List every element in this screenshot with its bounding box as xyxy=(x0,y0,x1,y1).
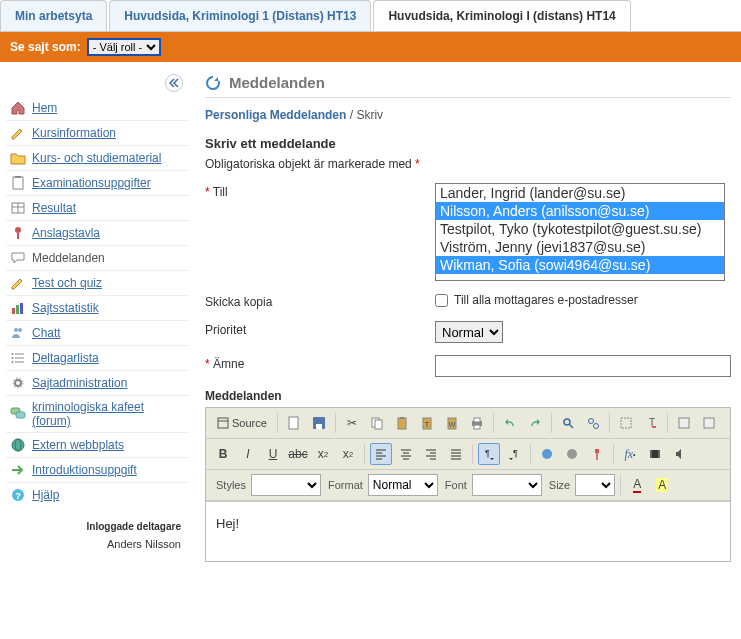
font-select[interactable] xyxy=(472,474,542,496)
sidebar-item-sajtadministration[interactable]: Sajtadministration xyxy=(6,370,189,395)
refresh-icon[interactable] xyxy=(205,75,221,91)
redo-icon[interactable] xyxy=(524,412,546,434)
italic-icon[interactable]: I xyxy=(237,443,259,465)
role-select[interactable]: - Välj roll - xyxy=(87,38,161,56)
sidebar-item-sajtsstatistik[interactable]: Sajtsstatistik xyxy=(6,295,189,320)
sidebar-item-hem[interactable]: Hem xyxy=(6,96,189,120)
bg-color-icon[interactable]: A xyxy=(651,474,673,496)
paste-word-icon[interactable]: W xyxy=(441,412,463,434)
styles-select[interactable] xyxy=(251,474,321,496)
svg-rect-75 xyxy=(658,450,660,458)
svg-point-44 xyxy=(588,419,593,424)
collapse-sidebar-icon[interactable] xyxy=(165,74,183,92)
align-left-icon[interactable] xyxy=(370,443,392,465)
sidebar-item-label: Kursinformation xyxy=(32,126,116,140)
priority-select[interactable]: Normal xyxy=(435,321,503,343)
recipients-listbox[interactable]: Lander, Ingrid (lander@su.se)Nilsson, An… xyxy=(435,183,725,281)
toolbar-extra-1-icon[interactable] xyxy=(673,412,695,434)
source-button[interactable]: Source xyxy=(212,412,272,434)
unlink-icon[interactable] xyxy=(561,443,583,465)
recipient-option[interactable]: Wikman, Sofia (sowi4964@su.se) xyxy=(436,256,724,274)
svg-point-69 xyxy=(542,449,552,459)
replace-icon[interactable] xyxy=(582,412,604,434)
breadcrumb-root[interactable]: Personliga Meddelanden xyxy=(205,108,346,122)
svg-point-17 xyxy=(12,361,14,363)
editor-toolbar-2: B I U abc x2 x2 ¶ ¶ fx• xyxy=(206,439,730,470)
svg-rect-32 xyxy=(375,420,382,429)
sidebar-item-chatt[interactable]: Chatt xyxy=(6,320,189,345)
find-icon[interactable] xyxy=(557,412,579,434)
subject-input[interactable] xyxy=(435,355,731,377)
anchor-icon[interactable] xyxy=(586,443,608,465)
sidebar-item-test-och-quiz[interactable]: Test och quiz xyxy=(6,270,189,295)
paste-icon[interactable] xyxy=(391,412,413,434)
align-center-icon[interactable] xyxy=(395,443,417,465)
tab-course-ht13[interactable]: Huvudsida, Kriminologi 1 (Distans) HT13 xyxy=(109,0,371,31)
sidebar-item-resultat[interactable]: Resultat xyxy=(6,195,189,220)
size-label: Size xyxy=(549,479,570,491)
tab-workspace[interactable]: Min arbetsyta xyxy=(0,0,107,31)
toolbar-extra-2-icon[interactable] xyxy=(698,412,720,434)
sidebar-item-introduktionsuppgift[interactable]: Introduktionsuppgift xyxy=(6,457,189,482)
sidebar-item-meddelanden[interactable]: Meddelanden xyxy=(6,245,189,270)
cc-all-checkbox[interactable] xyxy=(435,294,448,307)
strike-icon[interactable]: abc xyxy=(287,443,309,465)
copy-icon[interactable] xyxy=(366,412,388,434)
list-icon xyxy=(10,350,26,366)
svg-rect-71 xyxy=(595,449,599,453)
remove-format-icon[interactable]: T xyxy=(640,412,662,434)
pencil-icon xyxy=(10,125,26,141)
sidebar-item-deltagarlista[interactable]: Deltagarlista xyxy=(6,345,189,370)
superscript-icon[interactable]: x2 xyxy=(337,443,359,465)
link-icon[interactable] xyxy=(536,443,558,465)
tab-course-ht14[interactable]: Huvudsida, Kriminologi I (distans) HT14 xyxy=(373,0,630,31)
subscript-icon[interactable]: x2 xyxy=(312,443,334,465)
sidebar-item-kriminologiska-kafeet-forum-[interactable]: kriminologiska kafeet (forum) xyxy=(6,395,189,432)
undo-icon[interactable] xyxy=(499,412,521,434)
size-select[interactable] xyxy=(575,474,615,496)
select-all-icon[interactable] xyxy=(615,412,637,434)
ltr-icon[interactable]: ¶ xyxy=(478,443,500,465)
sidebar-item-anslagstavla[interactable]: Anslagstavla xyxy=(6,220,189,245)
sidebar-item-label: Introduktionsuppgift xyxy=(32,463,137,477)
movie-icon[interactable] xyxy=(644,443,666,465)
cut-icon[interactable]: ✂ xyxy=(341,412,363,434)
underline-icon[interactable]: U xyxy=(262,443,284,465)
align-justify-icon[interactable] xyxy=(445,443,467,465)
format-label: Format xyxy=(328,479,363,491)
bold-icon[interactable]: B xyxy=(212,443,234,465)
rtl-icon[interactable]: ¶ xyxy=(503,443,525,465)
text-color-icon[interactable]: A xyxy=(626,474,648,496)
sidebar-item-label: Meddelanden xyxy=(32,251,105,265)
paste-text-icon[interactable]: T xyxy=(416,412,438,434)
recipient-option[interactable]: Testpilot, Tyko (tykotestpilot@guest.su.… xyxy=(436,220,724,238)
sidebar-item-examinationsuppgifter[interactable]: Examinationsuppgifter xyxy=(6,170,189,195)
svg-rect-28 xyxy=(289,417,298,429)
section-title: Skriv ett meddelande xyxy=(205,136,731,151)
rich-text-editor: Source ✂ T W T xyxy=(205,407,731,562)
sidebar-item-extern-webbplats[interactable]: Extern webbplats xyxy=(6,432,189,457)
recipient-option[interactable]: Viström, Jenny (jevi1837@su.se) xyxy=(436,238,724,256)
sidebar-item-label: Anslagstavla xyxy=(32,226,100,240)
breadcrumb-current: Skriv xyxy=(356,108,383,122)
sidebar-item-kursinformation[interactable]: Kursinformation xyxy=(6,120,189,145)
new-doc-icon[interactable] xyxy=(283,412,305,434)
sidebar-item-hj-lp[interactable]: ?Hjälp xyxy=(6,482,189,507)
audio-icon[interactable] xyxy=(669,443,691,465)
align-right-icon[interactable] xyxy=(420,443,442,465)
sidebar-item-kurs-och-studiematerial[interactable]: Kurs- och studiematerial xyxy=(6,145,189,170)
sidebar-item-label: Resultat xyxy=(32,201,76,215)
styles-label: Styles xyxy=(216,479,246,491)
print-icon[interactable] xyxy=(466,412,488,434)
cc-label: Skicka kopia xyxy=(205,293,435,309)
sidebar-item-label: Extern webbplats xyxy=(32,438,124,452)
svg-rect-46 xyxy=(621,418,631,428)
sidebar-item-label: Chatt xyxy=(32,326,61,340)
svg-rect-49 xyxy=(679,418,689,428)
editor-body[interactable]: Hej! xyxy=(206,501,730,561)
format-select[interactable]: Normal xyxy=(368,474,438,496)
fx-icon[interactable]: fx• xyxy=(619,443,641,465)
recipient-option[interactable]: Nilsson, Anders (anilsson@su.se) xyxy=(436,202,724,220)
recipient-option[interactable]: Lander, Ingrid (lander@su.se) xyxy=(436,184,724,202)
save-icon[interactable] xyxy=(308,412,330,434)
